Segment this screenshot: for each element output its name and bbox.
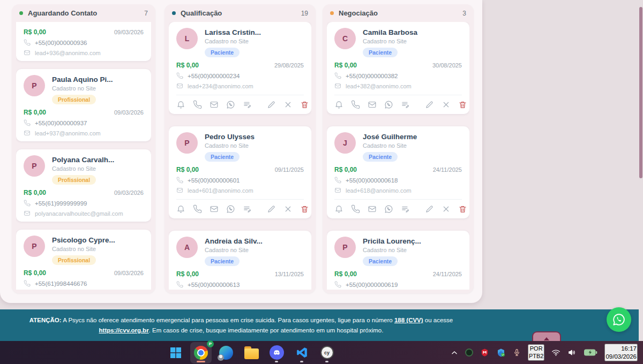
column-count: 3 — [462, 10, 466, 17]
cypress-taskbar-button[interactable]: cy — [316, 342, 338, 363]
tray-app-icon[interactable] — [465, 348, 473, 357]
start-button[interactable] — [165, 342, 186, 363]
lead-name: José Guilherme — [363, 133, 417, 141]
edit-icon[interactable] — [425, 100, 434, 109]
vscode-taskbar-button[interactable] — [291, 342, 312, 363]
lead-card[interactable]: P Polyana Carvalh... Cadastro no Site Pr… — [16, 149, 151, 222]
edge-taskbar-button[interactable] — [215, 342, 237, 363]
lead-phone-row: +55(00)000000234 — [176, 72, 304, 79]
microphone-tray-icon[interactable] — [513, 348, 521, 357]
notes-icon[interactable] — [243, 204, 252, 214]
taskbar-clock[interactable]: 16:17 09/03/2026 — [604, 344, 638, 362]
language-indicator[interactable]: POR PTB2 — [528, 344, 545, 360]
lead-source: Cadastro no Site — [363, 142, 417, 149]
lead-date: 09/03/2026 — [114, 189, 144, 196]
lead-card[interactable]: P Psicologo Cypre... Cadastro no Site Pr… — [16, 230, 151, 290]
whatsapp-icon[interactable] — [226, 204, 235, 214]
reminder-bell-icon[interactable] — [176, 204, 185, 214]
lead-card[interactable]: L Larissa Cristin... Cadastro no Site Pa… — [169, 22, 311, 114]
call-icon[interactable] — [351, 204, 360, 214]
mail-icon — [334, 187, 341, 194]
lead-card[interactable]: A Andreia da Silv... Cadastro no Site Pa… — [169, 231, 311, 290]
reminder-bell-icon[interactable] — [334, 100, 343, 109]
lead-name: Andreia da Silv... — [205, 237, 263, 245]
column-body: R$ 0,00 09/03/2026 +55(00)000000936 lead… — [16, 22, 151, 290]
phone-icon — [176, 281, 183, 288]
cancel-icon[interactable] — [283, 100, 293, 109]
cancel-icon[interactable] — [442, 204, 451, 214]
chrome-icon — [194, 346, 208, 360]
notes-icon[interactable] — [401, 100, 410, 109]
lead-phone-row: +55(00)000000936 — [24, 39, 144, 46]
notes-icon[interactable] — [243, 100, 252, 109]
defender-tray-icon[interactable] — [496, 348, 506, 358]
tray-chevron-up-icon[interactable] — [451, 349, 458, 357]
language-line2: PTB2 — [529, 353, 544, 360]
lead-card[interactable]: P Pedro Ulysses Cadastro no Site Pacient… — [169, 126, 311, 218]
lead-phone-row: +55(00)000000601 — [176, 177, 304, 184]
edit-icon[interactable] — [425, 204, 434, 214]
running-indicator — [300, 361, 303, 362]
clock-time: 16:17 — [605, 345, 637, 353]
lead-source: Cadastro no Site — [205, 247, 263, 253]
taskbar-tray: POR PTB2 16:17 09/03/2026 — [451, 341, 638, 364]
notes-icon[interactable] — [401, 204, 410, 214]
lead-date: 09/03/2026 — [114, 270, 144, 276]
wifi-icon[interactable] — [551, 348, 560, 357]
delete-icon[interactable] — [458, 204, 467, 214]
call-icon[interactable] — [351, 100, 360, 109]
whatsapp-fab[interactable] — [607, 307, 631, 332]
lead-card[interactable]: J José Guilherme Cadastro no Site Pacien… — [327, 126, 469, 218]
cancel-icon[interactable] — [283, 204, 293, 214]
lead-phone-row: +55(00)000000382 — [334, 72, 462, 79]
email-action-icon[interactable] — [368, 100, 377, 109]
warning-segment: ou acesse — [423, 317, 453, 323]
reminder-bell-icon[interactable] — [334, 204, 343, 214]
lead-card[interactable]: P Pricila Lourenç... Cadastro no Site Pa… — [327, 231, 469, 290]
cvv-phone-link[interactable]: 188 (CVV) — [394, 317, 423, 323]
email-action-icon[interactable] — [210, 204, 219, 214]
lead-phone-row: +55(00)000000619 — [334, 281, 462, 288]
kanban-column: Aguardando Contato 7 R$ 0,00 09/03/2026 … — [12, 4, 155, 293]
battery-icon[interactable] — [584, 348, 597, 357]
delete-icon[interactable] — [458, 100, 467, 109]
lead-phone: +55(00)000000618 — [346, 177, 398, 184]
clock-date: 09/03/2026 — [605, 353, 637, 361]
discord-taskbar-button[interactable] — [266, 342, 287, 363]
cvv-site-link[interactable]: https://cvv.org.br — [99, 327, 149, 333]
edit-icon[interactable] — [267, 204, 276, 214]
mcafee-tray-icon[interactable] — [480, 348, 489, 357]
delete-icon[interactable] — [300, 204, 309, 214]
lead-card[interactable]: R$ 0,00 09/03/2026 +55(00)000000936 lead… — [16, 22, 151, 61]
phone-icon — [176, 177, 183, 184]
column-status-dot — [19, 11, 23, 15]
cancel-icon[interactable] — [442, 100, 451, 109]
mail-icon — [24, 49, 31, 56]
lead-phone-row: +55(00)000000613 — [176, 281, 304, 288]
lead-phone: +55(00)000000936 — [35, 40, 87, 46]
lead-type-badge: Profissional — [52, 95, 96, 104]
lead-card[interactable]: C Camila Barbosa Cadastro no Site Pacien… — [327, 22, 469, 114]
lead-value: R$ 0,00 — [176, 62, 199, 69]
lead-phone: +55(00)000000613 — [188, 282, 240, 288]
reminder-bell-icon[interactable] — [176, 100, 185, 109]
edit-icon[interactable] — [267, 100, 276, 109]
file-explorer-button[interactable] — [241, 342, 262, 363]
whatsapp-icon[interactable] — [384, 204, 393, 214]
whatsapp-icon — [612, 313, 626, 327]
call-icon[interactable] — [193, 204, 202, 214]
chrome-taskbar-button[interactable]: P — [190, 342, 212, 363]
whatsapp-icon[interactable] — [226, 100, 235, 109]
page-scrollbar[interactable] — [639, 7, 642, 178]
lead-name: Psicologo Cypre... — [52, 236, 115, 244]
call-icon[interactable] — [193, 100, 202, 109]
mail-icon — [334, 82, 341, 89]
whatsapp-icon[interactable] — [384, 100, 393, 109]
delete-icon[interactable] — [300, 100, 309, 109]
lead-card[interactable]: P Paula Aquino Pi... Cadastro no Site Pr… — [16, 69, 151, 141]
card-actions — [176, 199, 304, 214]
email-action-icon[interactable] — [368, 204, 377, 214]
volume-icon[interactable] — [567, 348, 577, 357]
email-action-icon[interactable] — [210, 100, 219, 109]
lead-phone: +55(00)000000601 — [188, 177, 240, 184]
